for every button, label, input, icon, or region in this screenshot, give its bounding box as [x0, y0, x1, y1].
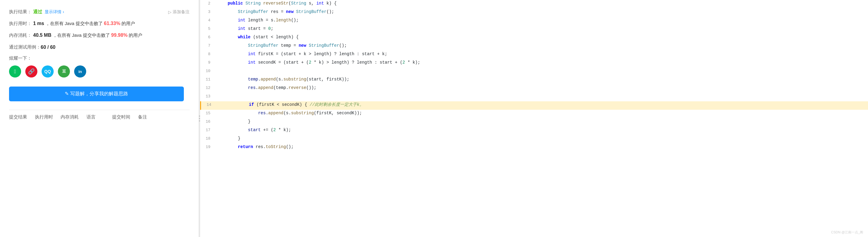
line-content: res.append(s.substring(firstK, secondK))…: [215, 110, 868, 117]
test-cases-row: 通过测试用例： 60 / 60: [9, 41, 190, 53]
col-notes: 备注: [138, 114, 190, 120]
add-note-icon: ▷: [168, 10, 172, 14]
douban-share-button[interactable]: 豆: [58, 65, 70, 78]
douban-icon: 豆: [62, 69, 66, 74]
code-line-6: 6 while (start < length) {: [200, 34, 868, 42]
wechat-icon: : [14, 68, 16, 75]
col-result: 提交结果: [9, 114, 35, 120]
line-content: }: [215, 118, 868, 125]
line-content: return res.toString();: [215, 144, 868, 151]
col-mem: 内存消耗: [61, 114, 87, 120]
line-content: while (start < length) {: [215, 34, 868, 41]
line-number: 7: [200, 42, 215, 49]
line-content: int secondK = (start + (2 * k) > length)…: [215, 59, 868, 66]
mem-percent: 99.98%: [111, 33, 127, 38]
line-number: 14: [201, 101, 216, 108]
code-line-17: 17 start += (2 * k);: [200, 127, 868, 135]
time-value: 1 ms: [33, 21, 44, 26]
code-view[interactable]: 2 public String reverseStr(String s, int…: [200, 0, 868, 237]
col-submit-time: 提交时间: [112, 114, 138, 120]
line-content: res.append(temp.reverse());: [215, 84, 868, 92]
line-number: 17: [200, 127, 215, 134]
exec-label: 执行结果：: [9, 9, 33, 15]
line-content: start += (2 * k);: [215, 127, 868, 134]
linkedin-icon: in: [79, 69, 82, 74]
col-time: 执行用时: [35, 114, 61, 120]
mem-desc: ，在所有 Java 提交中击败了: [53, 33, 110, 38]
line-content: StringBuffer temp = new StringBuffer();: [215, 42, 868, 50]
brag-label: 炫耀一下：: [9, 53, 190, 64]
code-line-7: 7 StringBuffer temp = new StringBuffer()…: [200, 42, 868, 51]
line-number: 9: [200, 59, 215, 66]
time-suffix: 的用户: [121, 21, 135, 26]
line-number: 15: [200, 110, 215, 117]
linkedin-share-button[interactable]: in: [74, 65, 86, 78]
code-line-5: 5 int start = 0;: [200, 25, 868, 34]
test-value: 60 / 60: [41, 45, 56, 50]
code-line-10: 10: [200, 67, 868, 76]
line-number: 10: [200, 67, 215, 75]
mem-label: 内存消耗：: [9, 33, 33, 38]
line-number: 11: [200, 76, 215, 83]
line-number: 5: [200, 25, 215, 32]
qq-icon: QQ: [44, 69, 51, 74]
time-percent: 61.33%: [104, 21, 120, 26]
line-number: 2: [200, 0, 215, 7]
code-line-14: 14 if (firstK < secondK) { //此时剩余长度一定大于k…: [200, 101, 868, 110]
weibo-share-button[interactable]: 🔗: [25, 65, 37, 78]
line-number: 13: [200, 93, 215, 100]
code-line-18: 18 }: [200, 135, 868, 144]
line-number: 8: [200, 51, 215, 58]
code-line-12: 12 res.append(temp.reverse());: [200, 84, 868, 93]
exec-time-row: 执行用时： 1 ms ，在所有 Java 提交中击败了 61.33% 的用户: [9, 18, 190, 30]
line-number: 16: [200, 118, 215, 125]
code-line-2: 2 public String reverseStr(String s, int…: [200, 0, 868, 8]
code-line-19: 19 return res.toString();: [200, 144, 868, 152]
time-label: 执行用时：: [9, 21, 33, 27]
show-detail-link[interactable]: 显示详情 ›: [44, 9, 64, 15]
code-editor-panel: 2 public String reverseStr(String s, int…: [200, 0, 868, 237]
col-lang: 语言: [87, 114, 113, 120]
line-content: int firstK = (start + k > length) ? leng…: [215, 51, 868, 58]
line-number: 18: [200, 135, 215, 142]
add-note-text: 添加备注: [173, 9, 190, 15]
left-panel: 执行结果： 通过 显示详情 › ▷ 添加备注 执行用时： 1 ms ，在所有 J…: [0, 0, 199, 237]
write-solution-button[interactable]: ✎ 写题解，分享我的解题思路: [9, 87, 184, 101]
code-line-4: 4 int length = s.length();: [200, 17, 868, 25]
code-line-16: 16 }: [200, 118, 868, 127]
line-number: 4: [200, 17, 215, 24]
line-content: StringBuffer res = new StringBuffer();: [215, 8, 868, 16]
execution-result-row: 执行结果： 通过 显示详情 › ▷ 添加备注: [9, 6, 190, 18]
line-number: 12: [200, 84, 215, 91]
time-desc: ，在所有 Java 提交中击败了: [45, 21, 103, 26]
mem-suffix: 的用户: [129, 33, 142, 38]
add-note-button[interactable]: ▷ 添加备注: [168, 9, 190, 15]
line-content: public String reverseStr(String s, int k…: [215, 0, 868, 7]
submissions-table-header: 提交结果 执行用时 内存消耗 语言 提交时间 备注: [9, 110, 190, 120]
line-content: int start = 0;: [215, 25, 868, 33]
line-content: }: [215, 135, 868, 142]
test-label: 通过测试用例：: [9, 44, 41, 50]
wechat-share-button[interactable]: : [9, 65, 21, 78]
mem-row: 内存消耗： 40.5 MB ，在所有 Java 提交中击败了 99.98% 的用…: [9, 30, 190, 41]
qq-share-button[interactable]: QQ: [41, 65, 54, 78]
line-content: int length = s.length();: [215, 17, 868, 24]
line-number: 3: [200, 8, 215, 16]
social-icons-row:  🔗 QQ 豆 in: [9, 64, 190, 84]
code-line-8: 8 int firstK = (start + k > length) ? le…: [200, 51, 868, 59]
line-number: 6: [200, 34, 215, 41]
line-content: if (firstK < secondK) { //此时剩余长度一定大于k。: [216, 101, 868, 109]
code-line-11: 11 temp.append(s.substring(start, firstK…: [200, 76, 868, 84]
weibo-icon: 🔗: [28, 68, 35, 75]
code-line-15: 15 res.append(s.substring(firstK, second…: [200, 110, 868, 118]
mem-value: 40.5 MB: [33, 33, 51, 38]
pass-badge: 通过: [33, 9, 42, 15]
code-line-9: 9 int secondK = (start + (2 * k) > lengt…: [200, 59, 868, 67]
code-line-13: 13: [200, 93, 868, 101]
line-content: temp.append(s.substring(start, firstK));: [215, 76, 868, 83]
line-number: 19: [200, 144, 215, 150]
code-line-3: 3 StringBuffer res = new StringBuffer();: [200, 8, 868, 17]
